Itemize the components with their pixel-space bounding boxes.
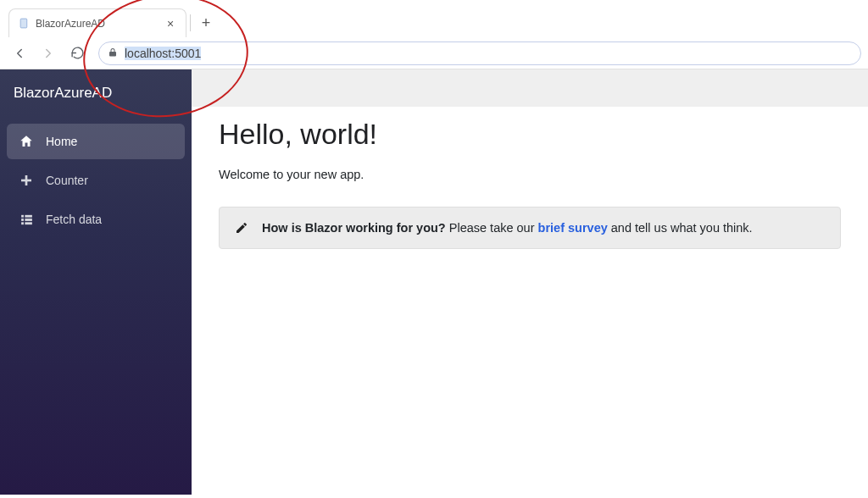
page: Hello, world! Welcome to your new app. H… bbox=[192, 69, 868, 495]
tab-title: BlazorAzureAD bbox=[36, 18, 158, 30]
plus-icon bbox=[19, 173, 34, 188]
tab-favicon-icon bbox=[18, 18, 30, 30]
svg-rect-5 bbox=[21, 219, 24, 221]
svg-rect-3 bbox=[21, 214, 24, 217]
sidebar: BlazorAzureAD Home Counter Fetch data bbox=[0, 69, 192, 495]
svg-rect-4 bbox=[25, 214, 32, 217]
tab-strip: BlazorAzureAD × + bbox=[0, 0, 868, 37]
survey-after-link: and tell us what you think. bbox=[608, 221, 753, 235]
lock-icon bbox=[108, 46, 118, 61]
address-row: localhost:5001 bbox=[0, 37, 868, 69]
survey-text: How is Blazor working for you? Please ta… bbox=[262, 221, 753, 235]
new-tab-button[interactable]: + bbox=[194, 11, 218, 35]
url-text: localhost:5001 bbox=[125, 47, 201, 60]
pencil-icon bbox=[235, 221, 248, 235]
svg-rect-8 bbox=[25, 222, 32, 224]
browser-chrome: BlazorAzureAD × + localhost:5001 bbox=[0, 0, 868, 69]
back-button[interactable] bbox=[7, 41, 32, 66]
address-bar[interactable]: localhost:5001 bbox=[98, 42, 861, 65]
reload-button[interactable] bbox=[64, 41, 90, 66]
sidebar-item-label: Counter bbox=[46, 174, 88, 187]
survey-bold: How is Blazor working for you? bbox=[262, 221, 446, 235]
tab-separator bbox=[190, 14, 191, 31]
sidebar-item-counter[interactable]: Counter bbox=[7, 163, 185, 198]
survey-before-link: Please take our bbox=[446, 221, 538, 235]
sidebar-nav: Home Counter Fetch data bbox=[0, 117, 192, 244]
welcome-text: Welcome to your new app. bbox=[219, 168, 841, 181]
svg-rect-2 bbox=[21, 180, 31, 182]
list-icon bbox=[19, 212, 34, 227]
sidebar-item-label: Fetch data bbox=[46, 213, 102, 226]
forward-button[interactable] bbox=[36, 41, 61, 66]
survey-link[interactable]: brief survey bbox=[538, 221, 608, 235]
page-heading: Hello, world! bbox=[219, 118, 841, 151]
sidebar-item-fetch-data[interactable]: Fetch data bbox=[7, 202, 185, 237]
svg-rect-6 bbox=[25, 219, 32, 221]
survey-banner: How is Blazor working for you? Please ta… bbox=[219, 207, 841, 249]
sidebar-item-home[interactable]: Home bbox=[7, 124, 185, 159]
brand-title: BlazorAzureAD bbox=[0, 69, 192, 117]
sidebar-item-label: Home bbox=[46, 135, 77, 148]
svg-rect-0 bbox=[20, 19, 27, 28]
svg-rect-7 bbox=[21, 222, 24, 224]
home-icon bbox=[19, 134, 34, 149]
close-icon[interactable]: × bbox=[164, 17, 177, 30]
browser-tab[interactable]: BlazorAzureAD × bbox=[8, 8, 186, 37]
app: BlazorAzureAD Home Counter Fetch data bbox=[0, 69, 868, 495]
